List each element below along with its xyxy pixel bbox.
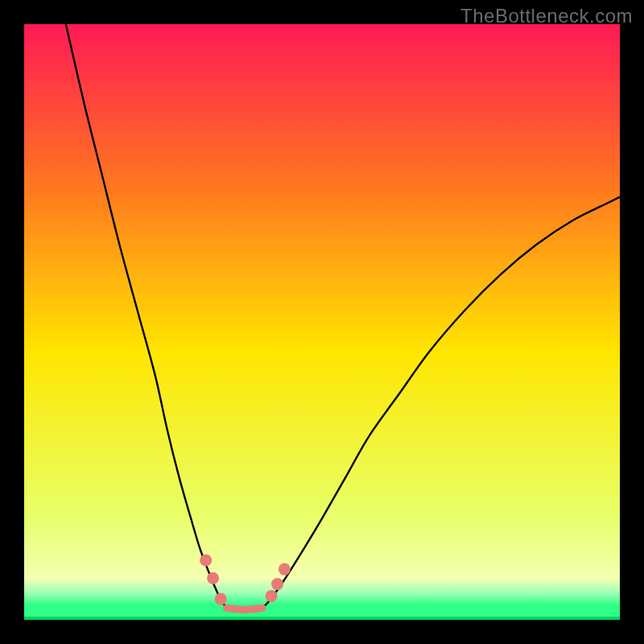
- markers-right-dot-0: [266, 590, 278, 602]
- markers-left-dot-0: [200, 555, 212, 567]
- plot-area: [24, 24, 620, 620]
- chart-container: TheBottleneck.com: [0, 0, 644, 644]
- chart-svg: [24, 24, 620, 620]
- markers-left-dot-2: [215, 593, 227, 605]
- gradient-background: [24, 24, 620, 620]
- markers-right-dot-1: [271, 578, 283, 590]
- bottom-green-line: [24, 617, 620, 620]
- watermark-text: TheBottleneck.com: [460, 5, 633, 27]
- valley-segment: [227, 608, 262, 609]
- markers-right-dot-2: [279, 564, 291, 576]
- markers-left-dot-1: [207, 572, 219, 584]
